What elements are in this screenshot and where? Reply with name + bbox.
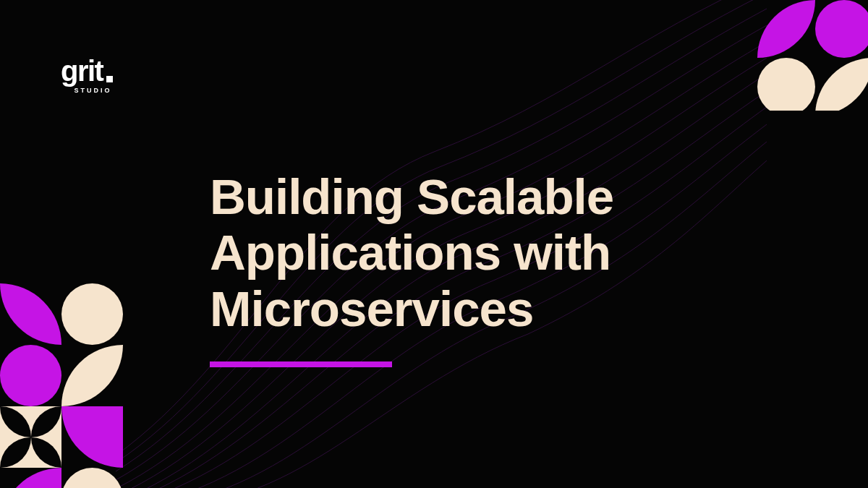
shape-circle-icon: [757, 58, 815, 111]
shape-circle-icon: [815, 0, 868, 58]
shape-circle-icon: [61, 283, 123, 345]
shape-quarter-icon: [61, 406, 123, 468]
slide-title: Building Scalable Applications with Micr…: [210, 169, 788, 337]
shape-circle-icon: [0, 345, 61, 406]
slide: grit STUDIO Building Scalable Applicatio…: [0, 0, 868, 488]
title-line-1: Building Scalable: [210, 169, 613, 225]
shape-quarter-icon: [0, 468, 61, 488]
shape-leaf-icon: [815, 58, 868, 111]
shape-flower-icon: [0, 406, 61, 468]
brand-name: grit: [61, 56, 113, 85]
ornament-top-right: [757, 0, 868, 111]
brand-subtitle: STUDIO: [61, 87, 113, 94]
brand-logo: grit STUDIO: [61, 56, 113, 94]
title-line-2: Applications with: [210, 225, 610, 281]
shape-leaf-icon: [0, 283, 61, 345]
ornament-bottom-left: [0, 283, 123, 488]
title-line-3: Microservices: [210, 281, 533, 337]
headline-block: Building Scalable Applications with Micr…: [210, 169, 788, 367]
shape-leaf-icon: [757, 0, 815, 58]
shape-leaf-icon: [61, 345, 123, 406]
accent-underline: [210, 361, 392, 367]
shape-circle-icon: [61, 468, 123, 488]
